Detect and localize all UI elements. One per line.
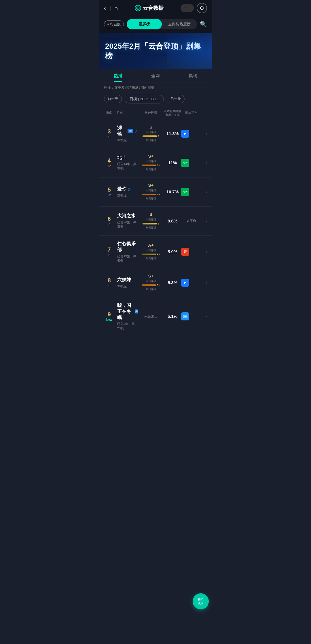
play-badge: ▷ — [135, 129, 138, 133]
info-bar: 热播：在更及完结未满2周的剧集 — [99, 82, 212, 93]
platform-block: iQIYI — [181, 159, 201, 167]
drama-name: 爱你 — [117, 186, 126, 192]
rating-chart: 今日评级 A+ 昨日评级 — [138, 249, 164, 260]
top-nav: ‹ | ⌂ 云合数据 ··· — [99, 0, 212, 16]
rank-number: 9 — [104, 311, 114, 317]
rank-change-up: ↑2 — [104, 164, 114, 168]
drama-episodes: 28集全 — [117, 193, 138, 198]
rank-change-down: ↓2 — [104, 193, 114, 197]
drama-title-row: 大河之水 — [117, 213, 138, 219]
drama-row[interactable]: 3 ↑1 滤镜 网▷ 32集全 S 今日评级 S 昨日评级 11.3% ▶ › — [99, 119, 212, 148]
prev-day-button[interactable]: 前一天 — [104, 95, 122, 103]
drama-info: 六姊妹 38集全 — [114, 277, 138, 288]
drama-name: 六姊妹 — [117, 277, 131, 283]
rating-block: S 今日评级 S 昨日评级 — [138, 212, 164, 230]
app-title: 云合数据 — [135, 5, 164, 12]
share-block: 5.1% — [164, 313, 181, 319]
date-nav: 前一天 日榜 | 2025.03.11 后一天 — [99, 93, 212, 107]
iqiyi-icon: iQIYI — [181, 159, 189, 167]
tab-baping[interactable]: 霸屏榜 — [127, 19, 162, 29]
row-arrow[interactable]: › — [201, 218, 207, 224]
rank-number: 7 — [104, 247, 114, 252]
industry-badge[interactable]: ♥ 行业版 — [104, 20, 124, 28]
platform-block: ▶ — [181, 130, 201, 138]
row-arrow[interactable]: › — [201, 280, 207, 285]
drama-row[interactable]: 7 ↑1 仁心俱乐部 已更19集，共40集 A+ 今日评级 A+ 昨日评级 5.… — [99, 236, 212, 268]
drama-row[interactable]: 5 ↓2 爱你 ▷ 28集全 S+ 今日评级 S+ 昨日评级 10.7% iQI… — [99, 177, 212, 207]
rating-block: A+ 今日评级 A+ 昨日评级 — [138, 243, 164, 261]
today-rating-bar — [142, 194, 156, 195]
nav-left: ‹ | ⌂ — [104, 4, 118, 12]
table-header: 排名 片名 云合评级 正片有效播放 市场占有率 播放平台 — [99, 107, 212, 119]
row-arrow[interactable]: › — [201, 314, 207, 319]
drama-list: 3 ↑1 滤镜 网▷ 32集全 S 今日评级 S 昨日评级 11.3% ▶ › — [99, 119, 212, 336]
share-block: 10.7% — [164, 189, 181, 195]
share-block: 8.6% — [164, 218, 181, 224]
record-button[interactable] — [197, 3, 207, 13]
yesterday-rating-label: 昨日评级 — [138, 257, 164, 260]
yesterday-rating-label: 昨日评级 — [138, 226, 164, 230]
tab-hotness[interactable]: 全舆情热度榜 — [162, 19, 197, 29]
tab-per-ep[interactable]: 集均 — [174, 69, 212, 82]
tab-hot[interactable]: 热播 — [99, 69, 137, 82]
platform-block: 优酷 — [181, 312, 201, 320]
today-rating-val: S — [158, 222, 159, 225]
platform-block: 芒 — [181, 248, 201, 256]
drama-title-row: 仁心俱乐部 — [117, 241, 138, 253]
today-rating-label: 今日评级 — [138, 160, 164, 163]
multi-platform-label: 多平台 — [187, 219, 196, 222]
main-tabs: 热播 全网 集均 — [99, 69, 212, 82]
rank-change-up: ↑1 — [104, 253, 114, 257]
drama-episodes: 32集全 — [117, 138, 138, 142]
back-button[interactable]: ‹ — [104, 4, 106, 12]
rating-block: S+ 今日评级 S+ 昨日评级 — [138, 273, 164, 292]
rank-number: 5 — [104, 187, 114, 192]
rating-main-value: S — [138, 212, 164, 217]
drama-row[interactable]: 8 ↓1 六姊妹 38集全 S+ 今日评级 S+ 昨日评级 5.3% ▶ › — [99, 268, 212, 297]
rank-change-new: New — [104, 318, 114, 321]
home-icon[interactable]: ⌂ — [115, 5, 118, 12]
iqiyi-icon: iQIYI — [181, 188, 189, 196]
nav-divider: | — [109, 5, 111, 12]
drama-title-row: 六姊妹 — [117, 277, 138, 283]
rating-main-value: S+ — [138, 273, 164, 278]
row-arrow[interactable]: › — [201, 249, 207, 254]
row-arrow[interactable]: › — [201, 189, 207, 194]
rating-main-value: S — [138, 124, 164, 129]
chart-info-button[interactable]: 榜单说明 — [193, 593, 209, 609]
today-rating-label: 今日评级 — [138, 189, 164, 192]
search-button[interactable]: 🔍 — [200, 21, 207, 28]
play-badge: ▷ — [128, 187, 131, 191]
mango-icon: 芒 — [181, 248, 189, 256]
drama-row[interactable]: 6 ↓1 大河之水 已更26集，共36集 S 今日评级 S 昨日评级 8.6% … — [99, 207, 212, 236]
yesterday-rating-label: 昨日评级 — [138, 197, 164, 201]
rating-chart: 今日评级 S 昨日评级 — [138, 131, 164, 142]
today-rating-bar — [142, 284, 156, 286]
app-logo — [135, 5, 141, 11]
drama-info: 滤镜 网▷ 32集全 — [114, 125, 138, 142]
drama-title-row: 北上 — [117, 155, 138, 161]
drama-title-row: 滤镜 网▷ — [117, 125, 138, 137]
header-platform: 播放平台 — [181, 111, 201, 115]
yesterday-rating-label: 昨日评级 — [138, 168, 164, 171]
row-arrow[interactable]: › — [201, 160, 207, 165]
current-date[interactable]: 日榜 | 2025.03.11 — [125, 95, 164, 103]
today-rating-bar — [143, 223, 157, 224]
today-rating-label: 今日评级 — [138, 218, 164, 222]
next-day-button[interactable]: 后一天 — [167, 95, 185, 103]
float-btn-label: 榜单说明 — [198, 598, 204, 605]
platform-block: iQIYI — [181, 188, 201, 196]
yesterday-rating-label: 昨日评级 — [138, 139, 164, 142]
more-button[interactable]: ··· — [181, 4, 194, 12]
drama-name: 嘘，国王在冬眠 — [117, 303, 133, 321]
chart-type-toggle: 霸屏榜 全舆情热度榜 — [127, 19, 197, 29]
rank-number: 6 — [104, 216, 114, 222]
tab-all[interactable]: 全网 — [137, 69, 174, 82]
row-arrow[interactable]: › — [201, 131, 207, 136]
drama-row[interactable]: 4 ↑2 北上 已更14集，共38集 S+ 今日评级 S+ 昨日评级 11% i… — [99, 148, 212, 177]
net-badge: 网 — [135, 309, 138, 313]
drama-row[interactable]: 9 New 嘘，国王在冬眠 网 已更4集，共23集 评级未出 5.1% 优酷 › — [99, 297, 212, 336]
platform-block: 多平台 — [181, 219, 201, 223]
platform-block: ▶ — [181, 279, 201, 287]
drama-title-row: 嘘，国王在冬眠 网 — [117, 303, 138, 321]
